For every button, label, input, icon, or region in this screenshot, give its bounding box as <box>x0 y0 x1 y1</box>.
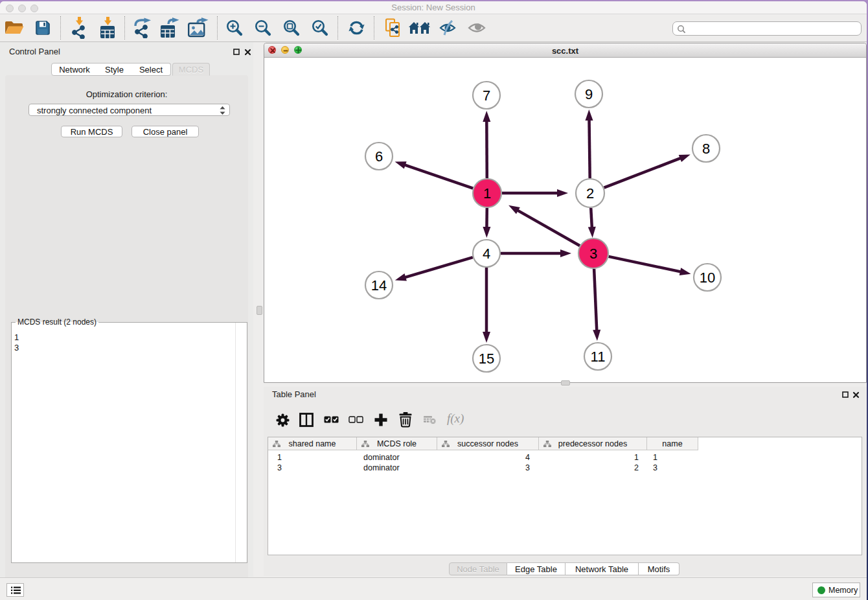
svg-text:4: 4 <box>483 246 490 262</box>
svg-text:14: 14 <box>371 277 387 294</box>
svg-text:8: 8 <box>702 141 710 157</box>
svg-text:6: 6 <box>375 148 383 165</box>
svg-text:2: 2 <box>586 185 594 202</box>
svg-text:3: 3 <box>589 246 597 262</box>
svg-text:15: 15 <box>479 351 494 367</box>
svg-text:7: 7 <box>483 87 490 104</box>
svg-text:9: 9 <box>585 86 593 102</box>
svg-text:1: 1 <box>483 185 491 202</box>
svg-text:11: 11 <box>591 349 606 365</box>
svg-text:10: 10 <box>700 270 715 286</box>
